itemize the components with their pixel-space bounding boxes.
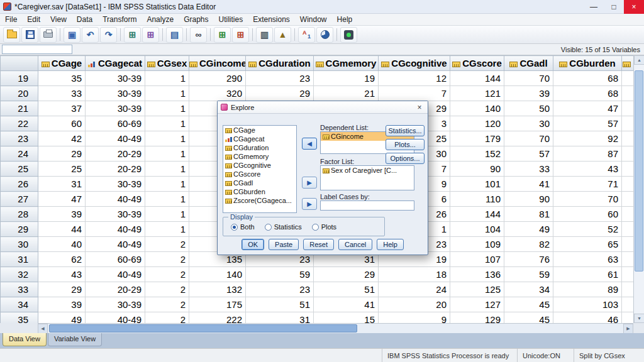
cell[interactable]: 33	[38, 86, 86, 101]
scroll-down-icon[interactable]: ▼	[634, 314, 644, 323]
cell[interactable]: 1	[145, 86, 189, 101]
cell[interactable]: 7	[379, 86, 450, 101]
cell[interactable]: 1	[145, 131, 189, 146]
cell[interactable]: 144	[450, 71, 504, 86]
variable-item[interactable]: CGburden	[223, 187, 296, 196]
cell[interactable]: 2	[145, 297, 189, 312]
cell[interactable]: 179	[450, 131, 504, 146]
cell[interactable]: 57	[553, 116, 622, 131]
cell[interactable]: 110	[450, 192, 504, 207]
row-number[interactable]: 20	[1, 86, 38, 101]
cell[interactable]: 33	[504, 162, 553, 177]
cell[interactable]: 59	[246, 267, 314, 282]
cell[interactable]: 29	[246, 86, 314, 101]
cell[interactable]: 1	[145, 222, 189, 237]
cell[interactable]: 60-69	[86, 252, 145, 267]
cell[interactable]: 132	[189, 282, 246, 297]
split-file-button[interactable]: ▥	[256, 27, 273, 43]
cell[interactable]	[622, 177, 634, 192]
radio-plots[interactable]: Plots	[312, 223, 336, 231]
cell[interactable]	[622, 267, 634, 282]
variable-item[interactable]: CGadl	[223, 178, 296, 187]
cell[interactable]: 20-29	[86, 282, 145, 297]
cell[interactable]: 25	[38, 162, 86, 177]
column-header-CGscore[interactable]: CGscore	[450, 56, 504, 71]
cell[interactable]: 30-39	[86, 86, 145, 101]
open-data-document-button[interactable]	[3, 27, 20, 43]
close-button[interactable]: ×	[624, 0, 644, 14]
menu-analyze[interactable]: Analyze	[142, 14, 179, 26]
cell[interactable]: 31	[38, 177, 86, 192]
cell[interactable]: 41	[314, 297, 379, 312]
column-header-CGsex[interactable]: CGsex	[145, 56, 189, 71]
statistics-button[interactable]: Statistics...	[386, 125, 425, 136]
cell[interactable]	[622, 146, 634, 162]
cell[interactable]: 23	[246, 282, 314, 297]
cell[interactable]: 63	[553, 252, 622, 267]
go-to-variable-button[interactable]: ⊞	[142, 27, 159, 43]
menu-utilities[interactable]: Utilities	[213, 14, 248, 26]
cell[interactable]: 92	[553, 131, 622, 146]
cell[interactable]: 60	[38, 116, 86, 131]
cell[interactable]: 39	[504, 86, 553, 101]
row-number[interactable]: 30	[1, 237, 38, 252]
cell[interactable]: 29	[314, 267, 379, 282]
plots-button[interactable]: Plots...	[386, 139, 425, 150]
row-number[interactable]: 21	[1, 101, 38, 116]
cell[interactable]: 140	[450, 101, 504, 116]
cell[interactable]: 20	[379, 297, 450, 312]
row-number[interactable]: 23	[1, 131, 38, 146]
variable-item[interactable]: CGscore	[223, 170, 296, 178]
move-to-factor-button[interactable]: ▶	[302, 177, 317, 189]
cell[interactable]: 34	[504, 282, 553, 297]
cell[interactable]	[622, 237, 634, 252]
cell[interactable]: 31	[246, 312, 314, 324]
cell[interactable]: 30-39	[86, 177, 145, 192]
cell[interactable]: 109	[450, 237, 504, 252]
cell[interactable]: 152	[450, 146, 504, 162]
cell[interactable]: 129	[450, 312, 504, 324]
cell[interactable]: 62	[38, 252, 86, 267]
cell[interactable]: 60-69	[86, 116, 145, 131]
find-button[interactable]: ∞	[190, 27, 207, 43]
help-button[interactable]: Help	[377, 239, 404, 250]
cell[interactable]: 46	[553, 312, 622, 324]
cell[interactable]: 320	[189, 86, 246, 101]
dialog-close-icon[interactable]: ×	[414, 103, 425, 112]
variable-item[interactable]: Sex of Caregiver [C...	[321, 166, 414, 175]
tab-variable-view[interactable]: Variable View	[48, 333, 102, 346]
use-variable-sets-button[interactable]	[316, 27, 333, 43]
cell[interactable]: 144	[450, 207, 504, 222]
cell[interactable]: 68	[553, 71, 622, 86]
cell[interactable]	[622, 312, 634, 324]
cell[interactable]: 49	[38, 312, 86, 324]
cell[interactable]	[622, 131, 634, 146]
variable-item[interactable]: CGduration	[223, 143, 296, 152]
value-labels-button[interactable]: A1	[298, 27, 315, 43]
vertical-scroll-thumb[interactable]	[635, 70, 643, 272]
cell[interactable]: 1	[145, 146, 189, 162]
variable-item[interactable]: Zscore(CGageca...	[223, 196, 296, 205]
cancel-button[interactable]: Cancel	[338, 239, 372, 250]
row-number[interactable]: 19	[1, 71, 38, 86]
cell[interactable]: 140	[189, 267, 246, 282]
cell[interactable]: 1	[145, 177, 189, 192]
cell[interactable]: 12	[379, 71, 450, 86]
factor-list[interactable]: Sex of Caregiver [C...	[320, 165, 414, 190]
cell[interactable]: 39	[38, 297, 86, 312]
cell[interactable]: 19	[314, 71, 379, 86]
variable-item[interactable]: CGcognitive	[223, 161, 296, 170]
row-number[interactable]: 24	[1, 146, 38, 162]
cell[interactable]: 30-39	[86, 207, 145, 222]
row-number[interactable]: 33	[1, 282, 38, 297]
cell[interactable]: 20-29	[86, 162, 145, 177]
cell[interactable]: 9	[379, 312, 450, 324]
cell[interactable]: 20-29	[86, 146, 145, 162]
row-number[interactable]: 26	[1, 177, 38, 192]
cell[interactable]: 1	[145, 71, 189, 86]
cell[interactable]: 59	[504, 267, 553, 282]
cell[interactable]: 1	[145, 116, 189, 131]
vertical-scrollbar[interactable]: ▲ ▼	[633, 55, 644, 323]
scroll-up-icon[interactable]: ▲	[634, 55, 644, 65]
menu-help[interactable]: Help	[332, 14, 358, 26]
